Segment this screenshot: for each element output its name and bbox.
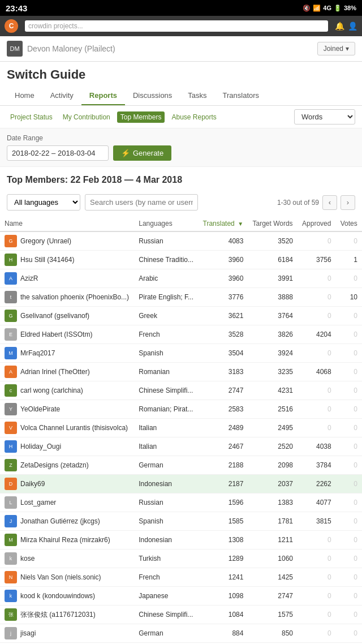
col-target-words: Target Words xyxy=(248,216,298,231)
cell-name: A AzizR xyxy=(0,269,134,288)
sub-nav-left: Project Status My Contribution Top Membe… xyxy=(7,111,220,123)
filters-left: All languages xyxy=(7,194,198,211)
cell-translated: 2583 xyxy=(199,400,248,419)
cell-lang: German xyxy=(134,624,198,643)
cell-name: c carl wong (carlchina) xyxy=(0,381,134,400)
cell-approved: 0 xyxy=(298,606,336,624)
cell-approved: 0 xyxy=(298,307,336,325)
network-icon: 4G xyxy=(323,5,331,11)
words-select-wrapper: Words Strings Approvals xyxy=(294,109,355,124)
cell-target: 3764 xyxy=(248,307,298,325)
profile-bar: DM Devon Maloney (Plailect) Joined ▾ xyxy=(0,36,362,62)
cell-target: 6184 xyxy=(248,251,298,269)
language-select[interactable]: All languages xyxy=(7,194,80,211)
avatar: t xyxy=(5,291,17,303)
cell-name: D Daiky69 xyxy=(0,475,134,493)
cell-translated: 3528 xyxy=(199,325,248,344)
cell-target: 2747 xyxy=(248,587,298,606)
avatar: G xyxy=(5,235,17,247)
cell-target: 850 xyxy=(248,624,298,643)
avatar: M xyxy=(5,534,17,546)
cell-approved: 3784 xyxy=(298,456,336,475)
cell-lang: Spanish xyxy=(134,512,198,531)
cell-target: 3235 xyxy=(248,363,298,381)
members-table: Name Languages Translated ▼ Target Words… xyxy=(0,216,362,644)
user-icon[interactable]: 👤 xyxy=(348,22,357,31)
cell-approved: 3815 xyxy=(298,512,336,531)
cell-translated: 2187 xyxy=(199,475,248,493)
battery-icon: 🔋 xyxy=(334,5,342,12)
cell-name: H Hsu Still (341464) xyxy=(0,251,134,269)
joined-button[interactable]: Joined ▾ xyxy=(317,42,355,55)
subtab-top-members[interactable]: Top Members xyxy=(117,111,165,123)
avatar: 张 xyxy=(5,608,17,621)
cell-lang: Arabic xyxy=(134,269,198,288)
avatar: j xyxy=(5,627,17,639)
cell-name: V Volca Channel Lurantis (thisisvolca) xyxy=(0,419,134,437)
cell-translated: 3621 xyxy=(199,307,248,325)
top-search[interactable]: crowdin projects... xyxy=(25,20,328,32)
table-row: V Volca Channel Lurantis (thisisvolca) I… xyxy=(0,419,362,437)
cell-votes: 0 xyxy=(336,549,362,568)
cell-votes: 0 xyxy=(336,437,362,456)
date-range-input[interactable] xyxy=(7,145,109,161)
col-languages: Languages xyxy=(134,216,198,231)
tab-tasks[interactable]: Tasks xyxy=(180,87,214,105)
avatar: Z xyxy=(5,459,17,471)
cell-translated: 4083 xyxy=(199,231,248,251)
cell-target: 3826 xyxy=(248,325,298,344)
cell-name: E Eldred Habert (ISSOtm) xyxy=(0,325,134,344)
tab-reports[interactable]: Reports xyxy=(81,87,125,105)
cell-votes: 0 xyxy=(336,381,362,400)
cell-approved: 0 xyxy=(298,568,336,587)
cell-votes: 0 xyxy=(336,531,362,549)
cell-lang: Romanian; Pirat... xyxy=(134,400,198,419)
subtab-abuse-reports[interactable]: Abuse Reports xyxy=(168,111,219,123)
sub-nav: Project Status My Contribution Top Membe… xyxy=(0,106,362,128)
generate-button[interactable]: ⚡ Generate xyxy=(113,145,171,161)
cell-votes: 0 xyxy=(336,512,362,531)
words-select[interactable]: Words Strings Approvals xyxy=(294,109,355,124)
user-search-input[interactable] xyxy=(85,194,198,211)
cell-name: L Lost_gamer xyxy=(0,493,134,512)
table-row: H Holiday_Ougi Italian 2467 2520 4038 0 xyxy=(0,437,362,456)
subtab-my-contribution[interactable]: My Contribution xyxy=(59,111,114,123)
filters-row: All languages 1-30 out of 59 ‹ › xyxy=(0,191,362,214)
avatar: N xyxy=(5,571,17,583)
cell-target: 1781 xyxy=(248,512,298,531)
cell-votes: 0 xyxy=(336,493,362,512)
cell-translated: 3504 xyxy=(199,344,248,363)
cell-approved: 0 xyxy=(298,549,336,568)
cell-lang: Turkish xyxy=(134,549,198,568)
bell-icon[interactable]: 🔔 xyxy=(335,22,344,31)
prev-page-button[interactable]: ‹ xyxy=(322,195,337,210)
cell-translated: 2188 xyxy=(199,456,248,475)
tab-discussions[interactable]: Discussions xyxy=(125,87,180,105)
table-row: J Jonathan Gutiérrez (jkcgs) Spanish 158… xyxy=(0,512,362,531)
avatar: H xyxy=(5,440,17,453)
profile-username: Devon Maloney (Plailect) xyxy=(27,44,115,53)
cell-votes: 0 xyxy=(336,587,362,606)
cell-target: 2098 xyxy=(248,456,298,475)
generate-icon: ⚡ xyxy=(121,149,130,157)
cell-approved: 0 xyxy=(298,531,336,549)
tab-translators[interactable]: Translators xyxy=(215,87,268,105)
cell-votes: 0 xyxy=(336,307,362,325)
cell-approved: 0 xyxy=(298,381,336,400)
cell-lang: French xyxy=(134,325,198,344)
cell-name: H Holiday_Ougi xyxy=(0,437,134,456)
crowdin-logo: C xyxy=(5,19,18,33)
cell-name: k kood k (kondouwindows) xyxy=(0,587,134,606)
cell-name: A Adrian Irinel (TheOtter) xyxy=(0,363,134,381)
cell-lang: Russian xyxy=(134,493,198,512)
tab-home[interactable]: Home xyxy=(7,87,42,105)
subtab-project-status[interactable]: Project Status xyxy=(7,111,56,123)
cell-name: M MrFaq2017 xyxy=(0,344,134,363)
avatar: L xyxy=(5,496,17,509)
tab-activity[interactable]: Activity xyxy=(42,87,81,105)
cell-lang: Pirate English; F... xyxy=(134,288,198,307)
cell-name: 张 张张俊炫 (a1176712031) xyxy=(0,606,134,624)
next-page-button[interactable]: › xyxy=(341,195,355,210)
avatar: H xyxy=(5,254,17,266)
col-translated[interactable]: Translated ▼ xyxy=(199,216,248,231)
